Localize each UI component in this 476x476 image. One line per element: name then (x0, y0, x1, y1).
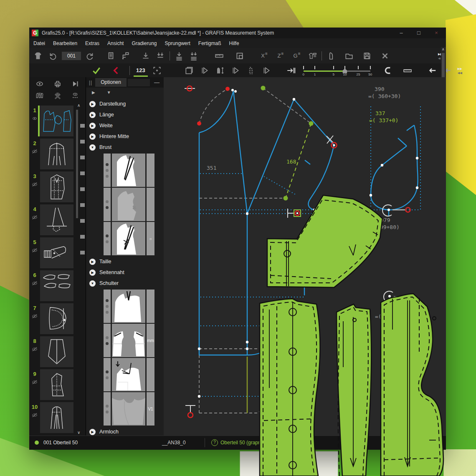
ruler-small-icon[interactable] (402, 65, 413, 76)
expand-all-icon[interactable]: ▼ (107, 90, 111, 95)
menu-item-gradierung[interactable]: Gradierung (132, 40, 157, 46)
tile-radio-dots[interactable] (104, 324, 111, 357)
tile-preview[interactable] (112, 154, 145, 187)
radio-dot[interactable] (106, 234, 109, 237)
tile-preview[interactable] (112, 188, 145, 221)
close-x-icon[interactable] (380, 51, 390, 61)
pieces-eye-icon[interactable] (34, 91, 45, 101)
tile-preview[interactable] (112, 392, 145, 426)
radio-dot[interactable] (106, 405, 109, 408)
radio-dot[interactable] (106, 311, 109, 314)
radio-dot[interactable] (106, 370, 109, 373)
redo-icon[interactable] (85, 51, 96, 61)
piece-list-item-6[interactable]: 6 (29, 269, 75, 302)
expand-next-icon[interactable]: ▶ (92, 90, 95, 95)
radio-dot[interactable] (106, 169, 109, 172)
option-section-schulter[interactable]: ▼Schulter (89, 278, 164, 289)
eye-dots-icon[interactable] (70, 91, 81, 101)
option-tile-brust1[interactable] (104, 154, 164, 187)
pattern-canvas[interactable]: 390=( 360+30)337=( 337+0)351168979899+80… (164, 77, 446, 436)
arrow-down-line-icon[interactable] (140, 51, 151, 61)
scroll-up-icon[interactable]: ∧ (77, 103, 80, 108)
radio-dot[interactable] (106, 206, 109, 209)
piece-list-item-7[interactable]: 7 (29, 302, 75, 335)
z-values-button[interactable]: Z≡ (274, 53, 287, 59)
menu-item-sprungwert[interactable]: Sprungwert (165, 40, 190, 46)
radio-dot[interactable] (106, 336, 109, 339)
piece-list-item-4[interactable]: 4 (29, 204, 75, 236)
expand-icon[interactable]: ▶ (89, 259, 96, 265)
folder-icon[interactable] (344, 51, 354, 61)
option-tile-brust3[interactable]: ○ (104, 222, 164, 255)
arrow-down-lines-icon[interactable] (174, 51, 185, 61)
eye-off-icon[interactable] (29, 280, 40, 287)
eye-off-icon[interactable] (29, 148, 40, 156)
option-tile-schulter1[interactable] (104, 290, 164, 323)
shirt-icon[interactable] (33, 51, 43, 61)
menu-item-bearbeiten[interactable]: Bearbeiten (53, 40, 77, 46)
option-section-armloch[interactable]: ▶Armloch (89, 426, 164, 436)
magnet-icon[interactable] (383, 65, 394, 76)
radio-dot[interactable] (106, 175, 109, 178)
radio-dot[interactable] (106, 299, 109, 302)
piece-list-item-8[interactable]: 8 (29, 335, 75, 368)
help-icon[interactable]: ? (211, 439, 218, 446)
option-tile-schulter3[interactable] (104, 358, 164, 391)
piece-thumbnail[interactable] (40, 303, 73, 334)
eye-icon[interactable] (34, 79, 45, 89)
tile-radio-dots[interactable] (104, 188, 111, 221)
tile-preview[interactable] (112, 290, 145, 323)
tile-radio-dots[interactable] (104, 154, 111, 187)
piece-thumbnail[interactable] (40, 270, 73, 301)
copy-icon[interactable] (105, 51, 116, 61)
piece-icon[interactable] (326, 51, 337, 61)
eye-off-icon[interactable] (29, 181, 40, 189)
piece-updown-icon[interactable] (215, 65, 225, 76)
expand-icon[interactable]: ▶ (89, 123, 96, 129)
piece-thumbnail[interactable] (40, 402, 73, 433)
expand-icon[interactable]: ▶ (89, 112, 96, 118)
piece-list-item-1[interactable]: 1 (29, 105, 75, 137)
option-section-brust[interactable]: ▼Brust (89, 142, 164, 153)
undo-icon[interactable] (47, 51, 58, 61)
eye-off-icon[interactable] (29, 247, 40, 254)
piece-thumbnail[interactable] (40, 204, 73, 235)
x-eye-icon[interactable] (52, 91, 63, 101)
play-icon[interactable] (230, 65, 241, 76)
piece-list-item-9[interactable]: 9 (29, 368, 75, 401)
menu-item-extras[interactable]: Extras (85, 40, 99, 46)
option-section-weite[interactable]: ▶Weite (89, 120, 164, 131)
printer-icon[interactable] (52, 79, 63, 89)
close-button[interactable]: × (429, 28, 443, 38)
maximize-button[interactable]: □ (412, 28, 426, 38)
eye-off-icon[interactable] (29, 214, 40, 222)
panel-minimize-button[interactable]: — (150, 79, 164, 86)
radio-dot[interactable] (106, 411, 109, 413)
radio-dot[interactable] (106, 200, 109, 203)
piece-thumbnail[interactable] (40, 106, 73, 136)
toolbar-overflow[interactable]: ▸▸◂◂ (458, 66, 462, 75)
arrows-down-lines-icon[interactable] (188, 51, 199, 61)
tile-radio-dots[interactable] (104, 222, 111, 255)
play-bar-icon[interactable] (70, 79, 81, 89)
radio-dot[interactable] (106, 305, 109, 308)
radio-dot[interactable] (106, 163, 109, 166)
g-values-button[interactable]: G≡ (291, 53, 303, 59)
new-window-icon[interactable] (234, 51, 245, 61)
scroll-up-icon[interactable]: ∧ (442, 47, 445, 51)
x-values-button[interactable]: X≡ (258, 53, 271, 59)
piece-thumbnail[interactable] (40, 237, 73, 268)
eye-off-icon[interactable] (29, 379, 40, 386)
piece-list-scrollbar[interactable]: ∧ ∨ (75, 103, 86, 436)
tree-icon[interactable] (120, 51, 131, 61)
eye-off-icon[interactable] (29, 346, 40, 353)
tile-preview[interactable] (112, 324, 145, 357)
arrow-left-icon[interactable] (427, 65, 438, 76)
expand-icon[interactable]: ▶ (89, 101, 96, 107)
piece-list-item-3[interactable]: 3 (29, 171, 75, 203)
piece-thumbnail[interactable] (40, 336, 73, 367)
option-section-länge[interactable]: ▶Länge (89, 109, 164, 120)
radio-dot[interactable] (106, 240, 109, 243)
minimize-button[interactable]: – (394, 28, 408, 38)
piece-thumbnail[interactable] (40, 369, 73, 400)
